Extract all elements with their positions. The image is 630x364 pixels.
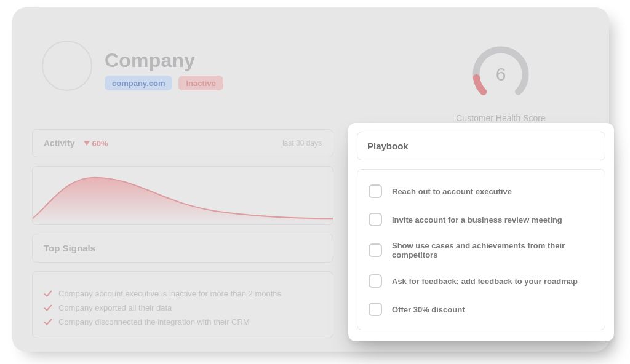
signals-title: Top Signals [44, 243, 322, 253]
signal-item: Company exported all their data [44, 301, 322, 315]
activity-range: last 30 days [282, 139, 322, 148]
checkbox[interactable] [369, 303, 382, 316]
playbook-item-label: Show use cases and achievements from the… [392, 241, 594, 259]
playbook-title: Playbook [357, 132, 605, 160]
company-avatar [42, 41, 92, 91]
signal-text: Company disconnected the integration wit… [58, 317, 250, 326]
header-badges: company.com Inactive [105, 76, 223, 90]
playbook-item[interactable]: Ask for feedback; add feedback to your r… [366, 267, 596, 295]
playbook-item-label: Reach out to account executive [392, 187, 512, 196]
health-score-widget: 6 Customer Health Score [439, 41, 562, 123]
health-gauge: 6 [467, 41, 535, 108]
check-icon [44, 318, 52, 326]
playbook-list: Reach out to account executiveInvite acc… [357, 169, 605, 330]
signals-list-panel: Company account executive is inactive fo… [32, 271, 333, 338]
activity-title: Activity [44, 138, 75, 148]
activity-delta: 60% [84, 139, 108, 148]
playbook-item-label: Offer 30% discount [392, 305, 465, 314]
playbook-item[interactable]: Offer 30% discount [366, 295, 596, 323]
activity-chart-panel [32, 166, 333, 225]
trend-down-icon [84, 141, 90, 146]
checkbox[interactable] [369, 213, 382, 226]
company-status-badge: Inactive [178, 76, 223, 90]
checkbox[interactable] [369, 184, 382, 198]
header: Company company.com Inactive 6 Custom [37, 30, 584, 116]
playbook-item[interactable]: Reach out to account executive [366, 177, 596, 205]
check-icon [44, 304, 52, 312]
playbook-item-label: Ask for feedback; add feedback to your r… [392, 277, 578, 286]
signal-text: Company account executive is inactive fo… [58, 289, 281, 298]
check-icon [44, 290, 52, 298]
activity-delta-value: 60% [92, 139, 108, 148]
company-name: Company [105, 49, 223, 72]
health-score-value: 6 [467, 41, 535, 108]
playbook-item[interactable]: Invite account for a business review mee… [366, 205, 596, 234]
health-score-label: Customer Health Score [439, 113, 562, 123]
checkbox[interactable] [369, 243, 382, 257]
header-text: Company company.com Inactive [105, 49, 223, 90]
signal-text: Company exported all their data [58, 303, 172, 312]
checkbox[interactable] [369, 274, 382, 288]
signal-item: Company disconnected the integration wit… [44, 315, 322, 329]
activity-sparkline [33, 167, 333, 224]
playbook-item[interactable]: Show use cases and achievements from the… [366, 234, 596, 267]
playbook-item-label: Invite account for a business review mee… [392, 215, 562, 224]
left-column: Activity 60% last 30 days [32, 129, 333, 338]
signals-title-panel: Top Signals [32, 234, 333, 263]
playbook-card: Playbook Reach out to account executiveI… [348, 123, 614, 341]
company-domain-badge[interactable]: company.com [105, 76, 172, 90]
activity-header-panel: Activity 60% last 30 days [32, 129, 333, 157]
signal-item: Company account executive is inactive fo… [44, 287, 322, 301]
